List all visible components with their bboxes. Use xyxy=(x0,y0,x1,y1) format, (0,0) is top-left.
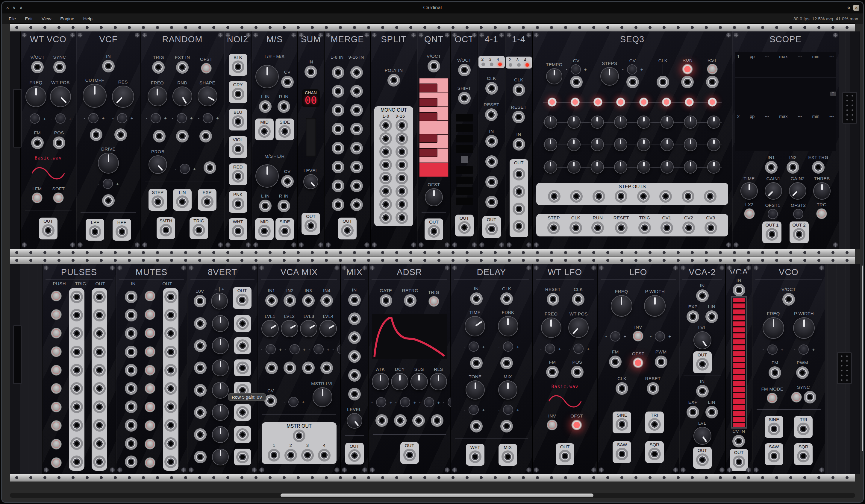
port-tri[interactable] xyxy=(648,418,661,431)
gain-knob-2[interactable] xyxy=(212,315,229,332)
seq-knob-3[interactable] xyxy=(591,161,604,174)
trim-knob[interactable] xyxy=(30,114,40,124)
port-jack[interactable] xyxy=(379,185,392,198)
port-jack[interactable] xyxy=(485,196,498,208)
row-button-10[interactable] xyxy=(145,457,155,468)
port-ext-in[interactable] xyxy=(176,61,189,74)
port-row-8[interactable] xyxy=(93,419,106,432)
gain-knob-4[interactable] xyxy=(212,360,229,376)
port-in-7[interactable] xyxy=(194,428,207,441)
trim-knob[interactable] xyxy=(655,331,665,341)
port-out[interactable] xyxy=(458,221,471,234)
port-out[interactable] xyxy=(304,219,317,232)
port-row-9[interactable] xyxy=(164,437,177,450)
knob-mix[interactable] xyxy=(498,380,517,400)
knob-res[interactable] xyxy=(112,85,134,108)
port-steps-cv[interactable] xyxy=(626,76,639,88)
port-row-5[interactable] xyxy=(93,364,106,376)
port-in[interactable] xyxy=(733,284,745,296)
port-jack[interactable] xyxy=(350,198,363,211)
port-row-10[interactable] xyxy=(125,456,137,468)
seq-knob-5[interactable] xyxy=(637,116,650,129)
port-blu[interactable] xyxy=(232,115,244,128)
port-out-3[interactable] xyxy=(236,339,249,352)
port-jack[interactable] xyxy=(379,159,392,171)
port-jack[interactable] xyxy=(395,185,408,198)
port-step-out-7[interactable] xyxy=(682,190,694,203)
knob-wt-pos[interactable] xyxy=(568,318,589,338)
port-row-7[interactable] xyxy=(93,400,106,413)
module-vca-2[interactable]: VCA-2INEXPLINLVLOUTINEXPLINLVLOUT xyxy=(679,264,726,474)
port-row-5[interactable] xyxy=(125,364,137,376)
step-button-8[interactable] xyxy=(708,97,717,107)
gain-knob-7[interactable] xyxy=(212,426,229,443)
step-button-4[interactable] xyxy=(616,97,625,107)
row-button-3[interactable] xyxy=(51,328,62,339)
port-jack[interactable] xyxy=(350,104,363,116)
port-v-oct[interactable] xyxy=(782,293,795,306)
port-cv[interactable] xyxy=(264,395,277,407)
port-jack[interactable] xyxy=(284,362,296,374)
port-clk[interactable] xyxy=(485,82,498,95)
port-jack[interactable] xyxy=(176,130,189,142)
trim-knob[interactable] xyxy=(117,113,127,123)
octave-segment[interactable] xyxy=(456,187,473,195)
port-fm[interactable] xyxy=(31,137,44,149)
port-row-9[interactable] xyxy=(70,437,83,450)
port-in[interactable] xyxy=(512,138,525,151)
port-out-3[interactable] xyxy=(512,203,525,215)
port-viol[interactable] xyxy=(232,143,244,155)
trim-knob[interactable] xyxy=(203,113,213,123)
port-run[interactable] xyxy=(681,76,694,88)
port-sqr[interactable] xyxy=(797,450,810,462)
port-in2[interactable] xyxy=(786,161,799,174)
step-button-7[interactable] xyxy=(685,97,694,107)
knob-tempo[interactable] xyxy=(546,68,562,84)
port-row-2[interactable] xyxy=(70,309,83,321)
port-reset[interactable] xyxy=(512,111,525,123)
port-in3[interactable] xyxy=(302,294,315,307)
port-jack[interactable] xyxy=(90,128,102,141)
port-in-8[interactable] xyxy=(194,451,207,463)
trim-knob[interactable] xyxy=(610,331,620,341)
module-oct[interactable]: OCTV/OCTSHIFTOUT xyxy=(451,32,478,249)
seq-knob-5[interactable] xyxy=(637,138,650,151)
button-ofst[interactable] xyxy=(571,420,582,430)
port-cv3[interactable] xyxy=(704,222,717,234)
seq-knob-4[interactable] xyxy=(614,116,627,129)
port-reset[interactable] xyxy=(485,108,498,121)
port-row-8[interactable] xyxy=(70,419,83,432)
knob-gain2[interactable] xyxy=(789,182,806,200)
port-step-out-2[interactable] xyxy=(570,190,583,203)
port-row-5[interactable] xyxy=(164,364,177,376)
trim-knob[interactable] xyxy=(103,179,113,189)
port-row-9[interactable] xyxy=(93,437,106,450)
module-pulses[interactable]: PULSESPUSHTRIGOUT xyxy=(42,264,116,474)
port-row-6[interactable] xyxy=(70,382,83,395)
seq-knob-7[interactable] xyxy=(684,161,697,174)
knob-atk[interactable] xyxy=(372,373,389,390)
port-jack[interactable] xyxy=(395,145,408,158)
row-button-3[interactable] xyxy=(145,328,155,339)
seq-knob-6[interactable] xyxy=(660,116,674,129)
gain-knob-8[interactable] xyxy=(212,449,229,465)
port-cv1[interactable] xyxy=(660,222,673,234)
octave-selector[interactable] xyxy=(456,114,473,205)
module-scope[interactable]: SCOPE1pp---max---min---2pp---max---min--… xyxy=(732,32,839,249)
port-clk[interactable] xyxy=(569,222,582,234)
port-10v[interactable] xyxy=(194,295,206,307)
trim-knob-ofst1[interactable] xyxy=(768,209,778,219)
minimize-icon[interactable]: ∨ xyxy=(13,5,16,11)
port-mix[interactable] xyxy=(501,450,514,463)
port-jack[interactable] xyxy=(350,123,363,135)
port-fm[interactable] xyxy=(769,366,781,379)
port-row-1[interactable] xyxy=(93,291,106,303)
port-in-5[interactable] xyxy=(194,384,207,397)
seq-knob-6[interactable] xyxy=(660,138,674,151)
port-retrg[interactable] xyxy=(404,294,416,307)
port-row-3[interactable] xyxy=(70,327,83,340)
port-smth[interactable] xyxy=(160,224,172,236)
trim-knob[interactable] xyxy=(503,341,513,352)
port-jack[interactable] xyxy=(332,66,344,79)
port-pwm[interactable] xyxy=(796,366,809,379)
